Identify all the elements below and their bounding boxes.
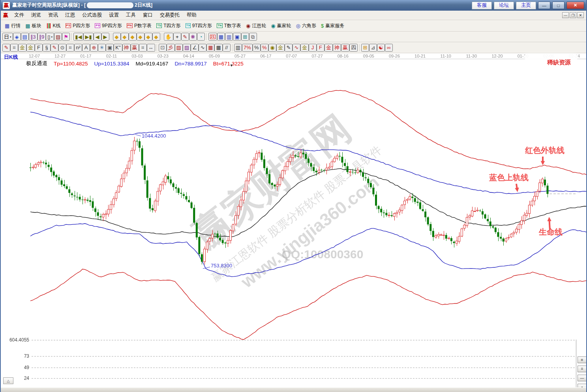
mirror-tool-icon[interactable]: A	[82, 44, 90, 52]
price-pen-icon[interactable]: ✎	[51, 44, 58, 52]
menu-item-3[interactable]: 资讯	[45, 11, 62, 19]
kline-button[interactable]: K线	[44, 22, 63, 30]
dark-grid-icon[interactable]: ▦	[214, 44, 222, 52]
cycle-tool-icon[interactable]: ◔	[197, 33, 205, 41]
forum-button[interactable]: 论坛	[494, 2, 514, 9]
child-close-button[interactable]: ✕	[577, 12, 584, 18]
menu-item-2[interactable]: 浏览	[28, 11, 45, 19]
menu-item-8[interactable]: 窗口	[139, 11, 156, 19]
flower-tool-icon[interactable]: ❋	[189, 33, 197, 41]
trend-line-button[interactable]: ✎	[181, 33, 189, 41]
crosshair-button[interactable]: +	[173, 33, 181, 41]
gann-fan-icon[interactable]: 彡	[167, 44, 175, 52]
jump-last-button[interactable]: ▶▮	[83, 33, 93, 41]
wave-line-icon[interactable]: ∿	[293, 44, 300, 52]
diamond-down-button[interactable]: ◆	[137, 33, 144, 41]
si-angle-icon[interactable]: 四	[349, 44, 358, 52]
fan-box-purple-icon[interactable]: ▨	[183, 44, 191, 52]
diamond-center-button[interactable]: ◆	[144, 33, 152, 41]
menu-item-1[interactable]: 文件	[11, 11, 28, 19]
pane-layout-2-button[interactable]: =	[578, 366, 587, 372]
calendar-button[interactable]: 21	[208, 33, 217, 41]
minimize-button[interactable]: —	[538, 2, 550, 9]
angle-lines-icon[interactable]: ∠	[191, 44, 199, 52]
close-button[interactable]: ✕	[566, 2, 584, 9]
info-panel-icon[interactable]: ▤	[21, 33, 29, 41]
diamond-left-button[interactable]: ◆	[113, 33, 121, 41]
menu-item-5[interactable]: 公式选股	[79, 11, 105, 19]
shen-ruler-icon[interactable]: 神	[122, 44, 131, 52]
percent-7-icon[interactable]: 7%	[242, 44, 253, 52]
sectors-button[interactable]: ▩板块	[23, 22, 43, 30]
t-number-table-button[interactable]: TNT数字表	[214, 22, 244, 30]
star-compass-icon[interactable]: ✳	[98, 44, 106, 52]
network-button[interactable]: ⊞	[241, 33, 249, 41]
fib-ruler-icon[interactable]: F	[35, 44, 43, 52]
red-grid-icon[interactable]: ▦	[206, 44, 214, 52]
gold-angle-icon[interactable]: 金	[300, 44, 309, 52]
child-restore-button[interactable]: ❐	[570, 12, 576, 18]
slash-lines-icon[interactable]: //	[223, 44, 231, 52]
diamond-right-button[interactable]: ◆	[121, 33, 129, 41]
printer-button[interactable]: ⧉	[249, 33, 257, 41]
pan-hand-button[interactable]: ✋	[164, 33, 173, 41]
menu-item-10[interactable]: 帮助	[183, 11, 200, 19]
bars-3-icon[interactable]: ∥3	[29, 33, 38, 41]
menu-item-7[interactable]: 工具	[122, 11, 139, 19]
gold-circle-icon[interactable]: ◉	[268, 44, 276, 52]
period-selector-button[interactable]: 日▾	[2, 33, 13, 41]
gann-clock-icon[interactable]: ⊙	[58, 44, 66, 52]
percent-icon[interactable]: %	[253, 44, 261, 52]
window-grid-icon[interactable]: ▣	[106, 44, 114, 52]
diamond-expand-button[interactable]: ◆	[152, 33, 160, 41]
grid-highlight-icon[interactable]: ⊞	[361, 44, 369, 52]
measure-bars-icon[interactable]: ▥	[234, 44, 242, 52]
notepad-button[interactable]: ▥	[225, 33, 233, 41]
infinity-icon[interactable]: ∞	[385, 44, 393, 52]
menu-item-6[interactable]: 设置	[105, 11, 122, 19]
9t-square-button[interactable]: T99T四方形	[183, 22, 214, 30]
chart-mini-icon[interactable]: ⊿	[369, 44, 377, 52]
theme-tool-icon[interactable]: ▨	[54, 33, 62, 41]
candle-style-button[interactable]: ▯▾	[46, 33, 54, 41]
next-bar-button[interactable]: ▶	[101, 33, 109, 41]
winner-wheel-button[interactable]: ◉赢家轮	[268, 22, 293, 30]
diamond-up-button[interactable]: ◆	[129, 33, 137, 41]
width-measure-icon[interactable]: ↔	[147, 44, 155, 52]
j-angle-icon[interactable]: J	[309, 44, 317, 52]
pane-layout-1-button[interactable]: —	[578, 375, 587, 381]
winner-service-button[interactable]: $赢家服务	[319, 22, 347, 30]
hexagon-button[interactable]: ◎六角形	[294, 22, 319, 30]
homepage-button[interactable]: 主页	[516, 2, 536, 9]
wave-pen-icon[interactable]: ✎	[285, 44, 293, 52]
customer-service-button[interactable]: 客服	[472, 2, 492, 9]
shen-angle-icon[interactable]: 神	[333, 44, 341, 52]
win-ruler-icon[interactable]: 赢	[131, 44, 139, 52]
f-angle-icon[interactable]: F	[317, 44, 324, 52]
gold-ratio-ruler-icon[interactable]: 金	[18, 44, 26, 52]
prev-bar-button[interactable]: ◀	[94, 33, 101, 41]
calculator-button[interactable]: ▦	[217, 33, 225, 41]
k-marker-icon[interactable]: K"	[114, 44, 122, 52]
n-square-icon[interactable]: n²	[74, 44, 82, 52]
time-ruler-icon[interactable]: ⌗	[10, 44, 18, 52]
menu-item-9[interactable]: 交易委托	[156, 11, 183, 19]
grid-ruler-icon[interactable]: ⌗	[66, 44, 74, 52]
win-angle-icon[interactable]: 赢	[341, 44, 349, 52]
pane-layout-3-button[interactable]: ≡	[578, 357, 587, 363]
chevron-down-icon[interactable]: ▼	[230, 63, 233, 67]
save-chart-button[interactable]: ▣	[233, 33, 241, 41]
square-box-icon[interactable]: ⊡	[159, 44, 167, 52]
gold-angle2-icon[interactable]: 金	[324, 44, 333, 52]
chan-analysis-icon[interactable]: ◈	[13, 33, 21, 41]
ruler-123-icon[interactable]: ⌗	[139, 44, 147, 52]
child-minimize-button[interactable]: —	[562, 12, 569, 18]
flag-marker-icon[interactable]: ⚑	[62, 33, 70, 41]
circle-cross-icon[interactable]: ⊕	[90, 44, 98, 52]
p-number-table-button[interactable]: PNP数字表	[124, 22, 154, 30]
pen-marker-icon[interactable]: ✎	[2, 44, 10, 52]
kline-chart-canvas[interactable]	[1, 53, 587, 392]
p-square-button[interactable]: PSP四方形	[63, 22, 93, 30]
volume-expand-button[interactable]: △	[3, 377, 13, 384]
gann-wheel-button[interactable]: ◉江恩轮	[244, 22, 268, 30]
